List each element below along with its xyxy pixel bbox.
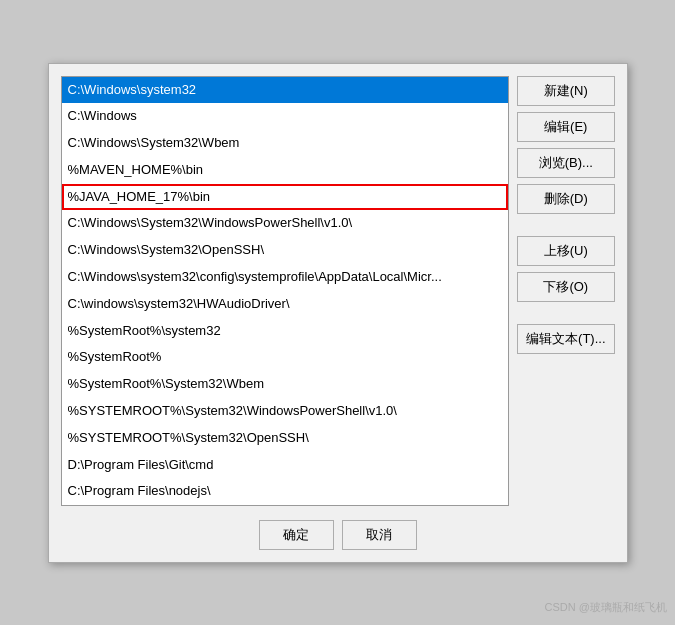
- list-item[interactable]: %MAVEN_HOME%\bin: [62, 157, 509, 184]
- move-down-button[interactable]: 下移(O): [517, 272, 614, 302]
- move-up-button[interactable]: 上移(U): [517, 236, 614, 266]
- content-area: C:\Windows\system32C:\WindowsC:\Windows\…: [61, 76, 615, 506]
- new-button[interactable]: 新建(N): [517, 76, 614, 106]
- list-item[interactable]: %JAVA_HOME_17%\bin: [62, 184, 509, 211]
- list-item[interactable]: D:\Program Files\Git\cmd: [62, 452, 509, 479]
- list-item[interactable]: %SystemRoot%\System32\Wbem: [62, 371, 509, 398]
- action-buttons: 新建(N) 编辑(E) 浏览(B)... 删除(D) 上移(U) 下移(O) 编…: [517, 76, 614, 506]
- list-item[interactable]: C:\Windows\System32\WindowsPowerShell\v1…: [62, 210, 509, 237]
- list-item[interactable]: C:\Windows\system32: [62, 77, 509, 104]
- ok-button[interactable]: 确定: [259, 520, 334, 550]
- list-item[interactable]: %SYSTEMROOT%\System32\OpenSSH\: [62, 425, 509, 452]
- list-item[interactable]: C:\Windows: [62, 103, 509, 130]
- watermark: CSDN @玻璃瓶和纸飞机: [545, 600, 667, 615]
- cancel-button[interactable]: 取消: [342, 520, 417, 550]
- path-list[interactable]: C:\Windows\system32C:\WindowsC:\Windows\…: [61, 76, 510, 506]
- list-item[interactable]: C:\Windows\System32\OpenSSH\: [62, 237, 509, 264]
- dialog-footer: 确定 取消: [61, 520, 615, 550]
- list-item[interactable]: %SystemRoot%: [62, 344, 509, 371]
- list-item[interactable]: C:\windows\system32\HWAudioDriver\: [62, 291, 509, 318]
- list-item[interactable]: %SYSTEMROOT%\System32\WindowsPowerShell\…: [62, 398, 509, 425]
- list-item[interactable]: C:\Windows\System32\Wbem: [62, 130, 509, 157]
- browse-button[interactable]: 浏览(B)...: [517, 148, 614, 178]
- edit-button[interactable]: 编辑(E): [517, 112, 614, 142]
- path-edit-dialog: C:\Windows\system32C:\WindowsC:\Windows\…: [48, 63, 628, 563]
- list-item[interactable]: %SystemRoot%\system32: [62, 318, 509, 345]
- list-item[interactable]: C:\Windows\system32\config\systemprofile…: [62, 264, 509, 291]
- edit-text-button[interactable]: 编辑文本(T)...: [517, 324, 614, 354]
- delete-button[interactable]: 删除(D): [517, 184, 614, 214]
- list-item[interactable]: C:\Program Files\nodejs\: [62, 478, 509, 505]
